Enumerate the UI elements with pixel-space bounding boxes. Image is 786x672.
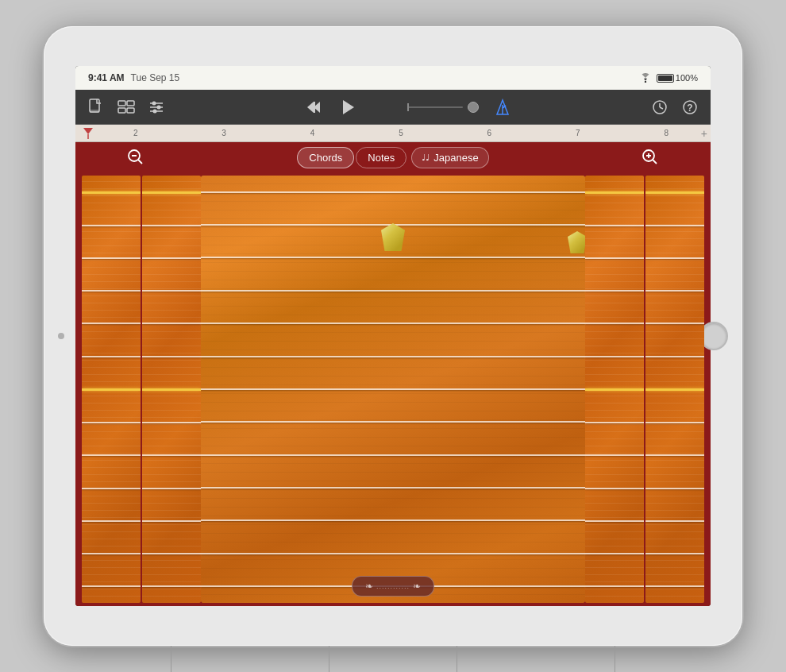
string-r1-2[interactable]	[585, 225, 644, 226]
help-button[interactable]: ?	[679, 96, 701, 118]
mixer-button[interactable]	[145, 96, 168, 118]
string-r2-9[interactable]	[645, 454, 704, 456]
center-string-5[interactable]	[201, 322, 585, 324]
status-time: 9:41 AM	[88, 72, 125, 83]
string-l2-7[interactable]	[142, 388, 201, 391]
string-r2-11[interactable]	[645, 520, 704, 522]
koto-left-panel[interactable]	[82, 176, 201, 603]
zoom-out-button[interactable]	[123, 145, 148, 170]
string-3[interactable]	[82, 257, 141, 259]
string-l2-5[interactable]	[142, 322, 201, 324]
string-r1-3[interactable]	[585, 257, 644, 259]
string-11[interactable]	[82, 520, 141, 522]
scroll-indicator[interactable]: ❧ ............ ❧	[352, 576, 434, 597]
ipad-screen: 9:41 AM Tue Sep 15 100%	[75, 66, 711, 606]
center-string-4[interactable]	[201, 290, 585, 292]
string-l2-2[interactable]	[142, 225, 201, 226]
string-r1-11[interactable]	[585, 520, 644, 522]
string-4[interactable]	[82, 290, 141, 292]
string-r2-5[interactable]	[645, 322, 704, 324]
instrument-area: ❧ ............ ❧	[75, 172, 711, 606]
record-button[interactable]	[372, 96, 395, 118]
string-l2-12[interactable]	[142, 553, 201, 554]
rewind-button[interactable]	[302, 96, 325, 118]
string-r1-13[interactable]	[585, 585, 644, 587]
string-l2-11[interactable]	[142, 520, 201, 522]
zoom-in-button[interactable]	[638, 145, 663, 170]
scroll-dots: ............	[376, 582, 410, 590]
string-12[interactable]	[82, 553, 141, 554]
string-r2-13[interactable]	[645, 585, 704, 587]
timeline-numbers: 2 3 4 5 6 7 8	[75, 129, 711, 137]
connectors	[44, 646, 742, 672]
string-8[interactable]	[82, 422, 141, 423]
koto-col-1[interactable]	[82, 176, 141, 603]
string-5[interactable]	[82, 322, 141, 324]
koto-col-r1[interactable]	[585, 176, 644, 603]
center-string-6[interactable]	[201, 356, 585, 357]
string-7[interactable]	[82, 388, 141, 391]
center-string-1[interactable]	[201, 191, 585, 193]
metronome-button[interactable]	[491, 96, 514, 118]
string-r1-12[interactable]	[585, 553, 644, 554]
string-l2-4[interactable]	[142, 290, 201, 292]
string-r1-7[interactable]	[585, 388, 644, 391]
string-l2-6[interactable]	[142, 356, 201, 357]
notes-button[interactable]: Notes	[356, 147, 406, 168]
new-track-button[interactable]	[85, 96, 107, 118]
string-r1-9[interactable]	[585, 454, 644, 456]
string-l2-3[interactable]	[142, 257, 201, 259]
string-9[interactable]	[82, 454, 141, 456]
string-r1-1[interactable]	[585, 191, 644, 194]
tempo-button[interactable]	[649, 96, 671, 118]
string-r2-3[interactable]	[645, 257, 704, 259]
center-string-11[interactable]	[201, 519, 585, 521]
string-l2-9[interactable]	[142, 454, 201, 456]
koto-col-2[interactable]	[142, 176, 201, 603]
koto-center-panel[interactable]: ❧ ............ ❧	[201, 176, 585, 603]
string-r1-4[interactable]	[585, 290, 644, 292]
string-r2-4[interactable]	[645, 290, 704, 292]
svg-rect-3	[118, 101, 125, 106]
koto-right-panel[interactable]	[585, 176, 704, 603]
koto-col-r2[interactable]	[645, 176, 704, 603]
svg-line-33	[653, 160, 657, 164]
string-10[interactable]	[82, 488, 141, 489]
string-1[interactable]	[82, 191, 141, 194]
string-l2-10[interactable]	[142, 488, 201, 489]
center-string-7[interactable]	[201, 388, 585, 390]
scroll-right-icon: ❧	[413, 581, 421, 592]
string-r2-8[interactable]	[645, 422, 704, 423]
center-string-10[interactable]	[201, 487, 585, 489]
string-r1-8[interactable]	[585, 422, 644, 423]
string-r1-10[interactable]	[585, 488, 644, 489]
string-l2-1[interactable]	[142, 191, 201, 194]
bridge-center	[381, 223, 405, 251]
chords-button[interactable]: Chords	[297, 147, 354, 168]
center-string-9[interactable]	[201, 454, 585, 456]
svg-rect-4	[127, 101, 134, 106]
volume-control[interactable]	[407, 102, 479, 113]
string-l2-13[interactable]	[142, 585, 201, 587]
center-string-8[interactable]	[201, 421, 585, 423]
center-string-3[interactable]	[201, 257, 585, 258]
center-string-12[interactable]	[201, 553, 585, 554]
string-l2-8[interactable]	[142, 422, 201, 423]
string-r2-1[interactable]	[645, 191, 704, 194]
string-r1-6[interactable]	[585, 356, 644, 357]
status-bar: 9:41 AM Tue Sep 15 100%	[75, 66, 711, 90]
string-r2-7[interactable]	[645, 388, 704, 391]
scale-button[interactable]: ♩♩ Japanese	[411, 147, 488, 168]
string-r2-12[interactable]	[645, 553, 704, 554]
string-r2-10[interactable]	[645, 488, 704, 489]
scale-label: Japanese	[433, 152, 478, 164]
string-r1-5[interactable]	[585, 322, 644, 324]
add-track-button[interactable]: +	[701, 127, 707, 140]
string-13[interactable]	[82, 585, 141, 587]
string-r2-6[interactable]	[645, 356, 704, 357]
tracks-button[interactable]	[115, 96, 137, 118]
string-2[interactable]	[82, 225, 141, 226]
play-button[interactable]	[337, 96, 360, 118]
string-6[interactable]	[82, 356, 141, 357]
string-r2-2[interactable]	[645, 225, 704, 226]
